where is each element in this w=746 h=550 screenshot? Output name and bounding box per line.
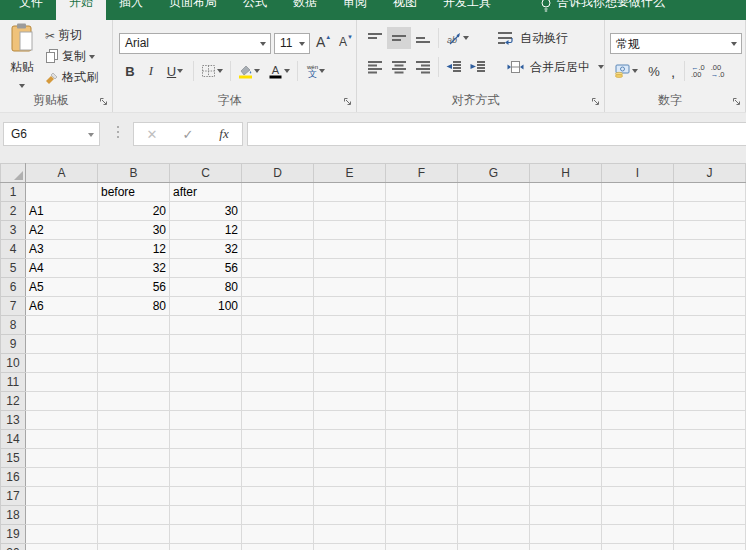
cell-C4[interactable]: 32 (170, 240, 242, 259)
cell-F2[interactable] (386, 202, 458, 221)
cell-A6[interactable]: A5 (26, 278, 98, 297)
cell-A19[interactable] (26, 525, 98, 544)
drag-handle-dots[interactable] (117, 126, 119, 138)
cell-I17[interactable] (602, 487, 674, 506)
cell-F9[interactable] (386, 335, 458, 354)
cell-I15[interactable] (602, 449, 674, 468)
cell-D12[interactable] (242, 392, 314, 411)
tab-insert[interactable]: 插入 (106, 0, 156, 20)
cell-J9[interactable] (674, 335, 746, 354)
cell-I1[interactable] (602, 183, 674, 202)
cell-G14[interactable] (458, 430, 530, 449)
cell-E1[interactable] (314, 183, 386, 202)
cell-E2[interactable] (314, 202, 386, 221)
cell-B6[interactable]: 56 (98, 278, 170, 297)
cell-B15[interactable] (98, 449, 170, 468)
cell-F8[interactable] (386, 316, 458, 335)
cell-A4[interactable]: A3 (26, 240, 98, 259)
row-header-14[interactable]: 14 (1, 430, 26, 449)
row-header-2[interactable]: 2 (1, 202, 26, 221)
cell-J18[interactable] (674, 506, 746, 525)
cell-D5[interactable] (242, 259, 314, 278)
cell-C10[interactable] (170, 354, 242, 373)
cell-A2[interactable]: A1 (26, 202, 98, 221)
cell-F16[interactable] (386, 468, 458, 487)
cell-F12[interactable] (386, 392, 458, 411)
cell-E15[interactable] (314, 449, 386, 468)
cell-I16[interactable] (602, 468, 674, 487)
cell-F18[interactable] (386, 506, 458, 525)
cell-B2[interactable]: 20 (98, 202, 170, 221)
cut-button[interactable]: ✂ 剪切 (42, 25, 101, 46)
cell-B13[interactable] (98, 411, 170, 430)
select-all-corner[interactable] (1, 164, 26, 183)
tab-view[interactable]: 视图 (380, 0, 430, 20)
merge-center-button[interactable]: 合并后居中 (504, 57, 607, 78)
cell-I2[interactable] (602, 202, 674, 221)
cell-E6[interactable] (314, 278, 386, 297)
cell-D4[interactable] (242, 240, 314, 259)
cell-C6[interactable]: 80 (170, 278, 242, 297)
cell-I4[interactable] (602, 240, 674, 259)
font-color-button[interactable]: A (264, 60, 294, 82)
cell-I8[interactable] (602, 316, 674, 335)
row-header-19[interactable]: 19 (1, 525, 26, 544)
row-header-12[interactable]: 12 (1, 392, 26, 411)
cell-I10[interactable] (602, 354, 674, 373)
cell-G9[interactable] (458, 335, 530, 354)
decrease-indent-button[interactable] (442, 56, 466, 78)
cell-E19[interactable] (314, 525, 386, 544)
cell-H9[interactable] (530, 335, 602, 354)
cell-D6[interactable] (242, 278, 314, 297)
cell-F11[interactable] (386, 373, 458, 392)
dialog-launcher-icon[interactable] (100, 98, 108, 106)
cell-A12[interactable] (26, 392, 98, 411)
wrap-text-button[interactable]: 自动换行 (494, 28, 571, 49)
cell-B20[interactable] (98, 544, 170, 550)
cell-J2[interactable] (674, 202, 746, 221)
cell-E13[interactable] (314, 411, 386, 430)
cell-G20[interactable] (458, 544, 530, 550)
cell-E14[interactable] (314, 430, 386, 449)
cell-G7[interactable] (458, 297, 530, 316)
cell-E4[interactable] (314, 240, 386, 259)
tab-home[interactable]: 开始 (56, 0, 106, 20)
cell-D2[interactable] (242, 202, 314, 221)
decrease-font-size-button[interactable]: A ▼ (339, 33, 353, 51)
increase-indent-button[interactable] (466, 56, 490, 78)
comma-style-button[interactable]: , (665, 60, 681, 82)
row-header-10[interactable]: 10 (1, 354, 26, 373)
phonetic-guide-button[interactable]: wén 文 (301, 60, 331, 82)
cell-B12[interactable] (98, 392, 170, 411)
cell-C2[interactable]: 30 (170, 202, 242, 221)
column-header-B[interactable]: B (98, 164, 170, 183)
dialog-launcher-icon[interactable] (592, 98, 600, 106)
row-header-7[interactable]: 7 (1, 297, 26, 316)
cell-I12[interactable] (602, 392, 674, 411)
cell-I9[interactable] (602, 335, 674, 354)
cell-H8[interactable] (530, 316, 602, 335)
font-size-combobox[interactable]: 11 (274, 33, 310, 54)
column-header-G[interactable]: G (458, 164, 530, 183)
cell-I19[interactable] (602, 525, 674, 544)
cell-A8[interactable] (26, 316, 98, 335)
cell-C18[interactable] (170, 506, 242, 525)
orientation-button[interactable]: ab (442, 27, 472, 49)
cell-A10[interactable] (26, 354, 98, 373)
cell-H20[interactable] (530, 544, 602, 550)
cell-H1[interactable] (530, 183, 602, 202)
cell-F7[interactable] (386, 297, 458, 316)
cell-J6[interactable] (674, 278, 746, 297)
cell-C16[interactable] (170, 468, 242, 487)
cell-C11[interactable] (170, 373, 242, 392)
cell-C20[interactable] (170, 544, 242, 550)
cell-D19[interactable] (242, 525, 314, 544)
accounting-format-button[interactable] (609, 60, 643, 82)
number-format-combobox[interactable]: 常规 (610, 33, 742, 54)
cell-H2[interactable] (530, 202, 602, 221)
formula-input[interactable] (247, 122, 746, 146)
row-header-18[interactable]: 18 (1, 506, 26, 525)
cell-J14[interactable] (674, 430, 746, 449)
name-box[interactable]: G6 (3, 122, 100, 146)
underline-button[interactable]: U (160, 60, 190, 82)
